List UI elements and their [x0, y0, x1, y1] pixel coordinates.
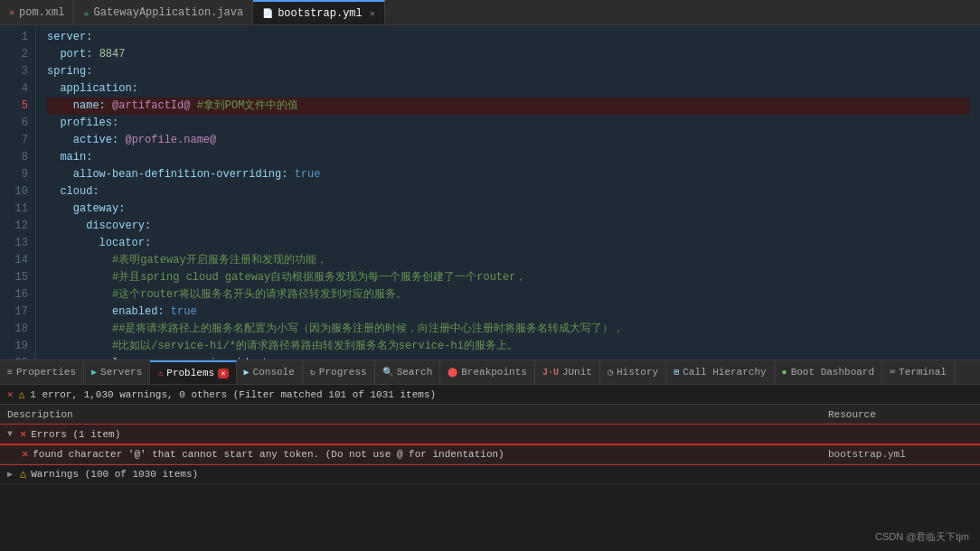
- line-num: 6: [7, 115, 28, 132]
- code-line-6: profiles:: [47, 115, 969, 132]
- line-num: 9: [7, 166, 28, 183]
- problems-badge: ✕: [218, 369, 228, 378]
- tab-close-button[interactable]: ✕: [370, 8, 375, 19]
- code-line-5: name: @artifactId@ #拿到POM文件中的值: [47, 98, 969, 115]
- junit-icon: J·U: [542, 368, 559, 378]
- problems-table-header: Description Resource: [0, 405, 980, 425]
- error-group-row[interactable]: ▼ ✕ Errors (1 item): [0, 425, 980, 444]
- expand-warnings-arrow[interactable]: ▶: [7, 469, 13, 480]
- line-num: 17: [7, 304, 28, 321]
- tab-gateway[interactable]: ☕ GatewayApplication.java: [74, 0, 253, 24]
- error-count-icon: ✕: [7, 388, 14, 400]
- code-line-3: spring:: [47, 63, 969, 80]
- tab-properties[interactable]: ≡ Properties: [0, 360, 84, 384]
- error-item-row[interactable]: ✕ found character '@' that cannot start …: [0, 444, 980, 464]
- tab-problems-label: Problems: [166, 368, 214, 378]
- line-num: 14: [7, 252, 28, 269]
- expand-errors-arrow[interactable]: ▼: [7, 429, 13, 439]
- line-num: 15: [7, 269, 28, 286]
- tab-progress[interactable]: ↻ Progress: [303, 360, 375, 384]
- warning-group-label: Warnings (100 of 1030 items): [31, 469, 198, 480]
- tab-boot-dashboard-label: Boot Dashboard: [791, 367, 874, 378]
- call-hierarchy-icon: ⊞: [674, 367, 679, 378]
- problems-panel: ✕ △ 1 error, 1,030 warnings, 0 others (F…: [0, 385, 980, 484]
- console-icon: ▶: [244, 367, 250, 378]
- line-num: 18: [7, 321, 28, 338]
- line-num: 2: [7, 46, 28, 63]
- tab-history[interactable]: ◷ History: [600, 360, 666, 384]
- tab-search[interactable]: 🔍 Search: [375, 360, 441, 384]
- code-line-19: #比如以/service-hi/*的请求路径将路由转发到服务名为service-…: [47, 338, 969, 355]
- tab-call-hierarchy[interactable]: ⊞ Call Hierarchy: [666, 360, 774, 384]
- problems-status-text: 1 error, 1,030 warnings, 0 others (Filte…: [30, 389, 436, 400]
- code-line-15: #并且spring cloud gateway自动根据服务发现为每一个服务创建了…: [47, 269, 969, 286]
- error-item-desc: ✕ found character '@' that cannot start …: [22, 447, 828, 461]
- code-line-2: port: 8847: [47, 46, 969, 63]
- tab-terminal[interactable]: ⌨ Terminal: [882, 360, 955, 384]
- tab-junit-label: JUnit: [562, 367, 592, 378]
- tab-pom-label: pom.xml: [19, 6, 64, 19]
- tab-terminal-label: Terminal: [899, 367, 947, 378]
- terminal-icon: ⌨: [890, 367, 895, 378]
- tab-servers[interactable]: ▶ Servers: [84, 360, 150, 384]
- tab-boot-dashboard[interactable]: ● Boot Dashboard: [775, 360, 882, 384]
- code-line-17: enabled: true: [47, 304, 969, 321]
- xml-icon: ✕: [9, 7, 14, 18]
- line-num: 13: [7, 235, 28, 252]
- tab-breakpoints-label: Breakpoints: [461, 367, 527, 378]
- code-line-8: main:: [47, 149, 969, 166]
- tab-problems[interactable]: ⚠ Problems ✕: [150, 360, 236, 384]
- line-num: 11: [7, 201, 28, 218]
- line-num: 1: [7, 29, 28, 46]
- problems-icon: ⚠: [157, 368, 163, 378]
- panel-tabs: ≡ Properties ▶ Servers ⚠ Problems ✕ ▶ Co…: [0, 360, 980, 385]
- code-line-18: ##是将请求路径上的服务名配置为小写（因为服务注册的时候，向注册中心注册时将服务…: [47, 321, 969, 338]
- tab-bootstrap[interactable]: 📄 bootstrap.yml ✕: [253, 0, 385, 24]
- warning-group-desc: ▶ △ Warnings (100 of 1030 items): [7, 467, 828, 481]
- code-line-14: #表明gateway开启服务注册和发现的功能，: [47, 252, 969, 269]
- error-group-label: Errors (1 item): [31, 429, 120, 440]
- line-num-error: 5: [7, 98, 28, 115]
- tab-breakpoints[interactable]: ⬤ Breakpoints: [440, 360, 535, 384]
- servers-icon: ▶: [91, 367, 97, 378]
- warning-group-row[interactable]: ▶ △ Warnings (100 of 1030 items): [0, 464, 980, 484]
- tab-console-label: Console: [253, 367, 295, 378]
- tab-pom[interactable]: ✕ pom.xml: [0, 0, 74, 24]
- warning-count-icon: △: [19, 388, 25, 400]
- tab-bootstrap-label: bootstrap.yml: [278, 7, 363, 20]
- tab-call-hierarchy-label: Call Hierarchy: [683, 367, 766, 378]
- error-item-resource: bootstrap.yml: [828, 449, 973, 460]
- code-line-10: cloud:: [47, 183, 969, 201]
- editor-area: 1 2 3 4 5 6 7 8 9 10 11 12 13 14 15 16 1…: [0, 25, 980, 360]
- line-num: 3: [7, 63, 28, 80]
- code-line-7: active: @profile.name@: [47, 132, 969, 149]
- tab-bar: ✕ pom.xml ☕ GatewayApplication.java 📄 bo…: [0, 0, 980, 25]
- line-num: 19: [7, 338, 28, 355]
- code-line-13: locator:: [47, 235, 969, 252]
- tab-console[interactable]: ▶ Console: [237, 360, 303, 384]
- code-line-4: application:: [47, 80, 969, 98]
- error-group-desc: ▼ ✕ Errors (1 item): [7, 427, 828, 441]
- java-icon: ☕: [83, 7, 89, 18]
- error-item-label: found character '@' that cannot start an…: [33, 449, 504, 460]
- properties-icon: ≡: [7, 368, 13, 378]
- header-resource: Resource: [828, 409, 973, 420]
- line-num: 10: [7, 183, 28, 201]
- code-content[interactable]: server: port: 8847 spring: application: …: [36, 25, 980, 360]
- yml-icon: 📄: [262, 8, 273, 19]
- history-icon: ◷: [608, 367, 613, 378]
- error-item-icon: ✕: [22, 447, 28, 461]
- breakpoints-icon: ⬤: [448, 367, 457, 378]
- line-num: 4: [7, 80, 28, 98]
- problems-status-bar: ✕ △ 1 error, 1,030 warnings, 0 others (F…: [0, 385, 980, 405]
- code-line-9: allow-bean-definition-overriding: true: [47, 166, 969, 183]
- line-num: 8: [7, 149, 28, 166]
- line-num: 20: [7, 355, 28, 360]
- tab-gateway-label: GatewayApplication.java: [93, 6, 243, 19]
- line-num: 12: [7, 218, 28, 235]
- error-group-icon: ✕: [20, 427, 26, 441]
- header-description: Description: [7, 409, 828, 420]
- tab-junit[interactable]: J·U JUnit: [535, 360, 600, 384]
- code-line-11: gateway:: [47, 201, 969, 218]
- code-line-1: server:: [47, 29, 969, 46]
